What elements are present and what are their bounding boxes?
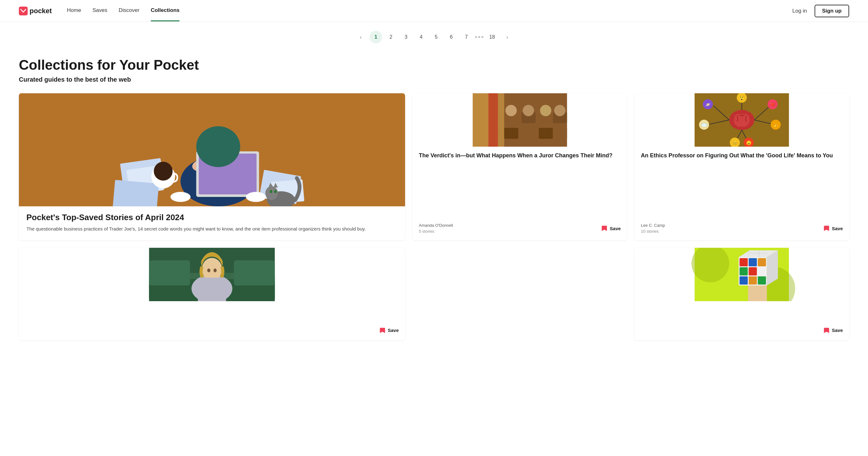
page-5-button[interactable]: 5 [430,31,442,43]
nav-links: Home Saves Discover Collections [67,7,792,14]
card-ethics-stories: 10 stories [641,229,658,234]
svg-rect-82 [758,258,766,266]
svg-point-34 [554,105,565,116]
page-2-button[interactable]: 2 [385,31,397,43]
nav-actions: Log in Sign up [792,5,849,17]
card-verdict-save-button[interactable]: Save [601,225,621,232]
next-page-button[interactable]: › [501,31,514,43]
svg-text:❤️: ❤️ [770,102,776,107]
svg-rect-4 [113,180,159,206]
svg-rect-35 [504,128,518,139]
card-ethics-body: An Ethics Professor on Figuring Out What… [634,146,849,240]
card-rubik[interactable]: Save [634,248,849,340]
svg-rect-88 [758,276,766,285]
svg-rect-84 [749,267,757,275]
card-verdict-meta: Amanda O'Donnell 5 stories Save [419,223,621,234]
svg-rect-83 [740,267,748,275]
card-phone-body: Save [19,301,405,340]
card-ethics-author: Lee C. Camp [641,223,665,228]
page-4-button[interactable]: 4 [415,31,427,43]
svg-text:👍: 👍 [773,123,779,128]
svg-point-69 [202,258,222,281]
card-verdict[interactable]: The Verdict's in—but What Happens When a… [413,93,627,240]
svg-rect-26 [488,93,498,146]
svg-rect-0 [19,7,28,15]
card-rubik-save-button[interactable]: Save [823,327,843,334]
card-verdict-author-info: Amanda O'Donnell 5 stories [419,223,453,234]
svg-text:🪐: 🪐 [705,102,711,107]
card-verdict-stories: 5 stories [419,229,434,234]
card-phone-save-button[interactable]: Save [379,327,399,334]
card-rubik-meta: Save [641,327,843,334]
svg-point-15 [170,192,190,202]
svg-point-30 [523,105,534,116]
svg-point-8 [154,162,173,181]
nav-discover[interactable]: Discover [119,7,140,21]
featured-card-title: Pocket's Top-Saved Stories of April 2024 [26,213,398,222]
featured-card-image [19,93,405,206]
card-phone-image [19,248,405,301]
svg-rect-80 [740,258,748,266]
svg-rect-74 [198,278,226,301]
signup-button[interactable]: Sign up [814,5,849,17]
card-verdict-title: The Verdict's in—but What Happens When a… [419,152,621,219]
page-title: Collections for Your Pocket [19,57,849,73]
logo[interactable]: pocket [19,7,52,15]
card-ethics[interactable]: 😲 🪐 ✉️ ❤️ 👍 😊 [634,93,849,240]
svg-rect-67 [234,260,275,286]
svg-rect-36 [521,128,535,139]
save-icon [601,225,608,232]
save-icon-4 [823,327,830,334]
prev-page-button[interactable]: ‹ [354,31,367,43]
page-dots [475,36,483,38]
pagination: ‹ 1 2 3 4 5 6 7 18 › [0,22,868,50]
navbar: pocket Home Saves Discover Collections L… [0,0,868,22]
collections-grid: Pocket's Top-Saved Stories of April 2024… [19,93,849,340]
card-rubik-title [641,306,843,323]
logo-text: pocket [30,7,52,15]
save-icon-2 [823,225,830,232]
svg-point-14 [196,126,240,167]
card-verdict-body: The Verdict's in—but What Happens When a… [413,146,627,240]
page-3-button[interactable]: 3 [400,31,412,43]
featured-card[interactable]: Pocket's Top-Saved Stories of April 2024… [19,93,405,240]
card-ethics-meta: Lee C. Camp 10 stories Save [641,223,843,234]
svg-rect-37 [539,128,553,139]
save-icon-3 [379,327,386,334]
page-18-button[interactable]: 18 [486,31,498,43]
pocket-logo-icon [19,7,28,15]
page-6-button[interactable]: 6 [445,31,458,43]
card-phone[interactable]: Save [19,248,405,340]
main-content: Collections for Your Pocket Curated guid… [0,50,868,359]
svg-text:✉️: ✉️ [702,123,707,128]
page-subtitle: Curated guides to the best of the web [19,76,849,83]
card-verdict-image [413,93,627,146]
nav-collections[interactable]: Collections [151,7,180,21]
card-phone-title [25,306,399,323]
svg-point-32 [540,105,551,116]
card-ethics-save-button[interactable]: Save [823,225,843,232]
featured-card-desc: The questionable business practices of T… [26,226,398,233]
svg-rect-66 [149,260,190,286]
svg-text:😲: 😲 [739,95,745,101]
svg-rect-81 [749,258,757,266]
svg-rect-85 [758,267,766,275]
card-rubik-body: Save [634,301,849,340]
featured-card-body: Pocket's Top-Saved Stories of April 2024… [19,206,405,240]
card-phone-meta: Save [25,327,399,334]
svg-point-70 [207,268,210,272]
svg-text:😊: 😊 [732,140,738,146]
card-ethics-image: 😲 🪐 ✉️ ❤️ 👍 😊 [634,93,849,146]
card-ethics-author-info: Lee C. Camp 10 stories [641,223,665,234]
nav-saves[interactable]: Saves [92,7,107,21]
svg-rect-86 [740,276,748,285]
nav-home[interactable]: Home [67,7,81,21]
page-7-button[interactable]: 7 [460,31,473,43]
login-button[interactable]: Log in [792,8,807,14]
card-rubik-image [634,248,849,301]
page-1-button[interactable]: 1 [370,31,382,43]
card-ethics-title: An Ethics Professor on Figuring Out What… [641,152,843,219]
svg-point-71 [213,268,217,272]
svg-point-21 [270,190,272,193]
svg-point-18 [265,186,278,200]
